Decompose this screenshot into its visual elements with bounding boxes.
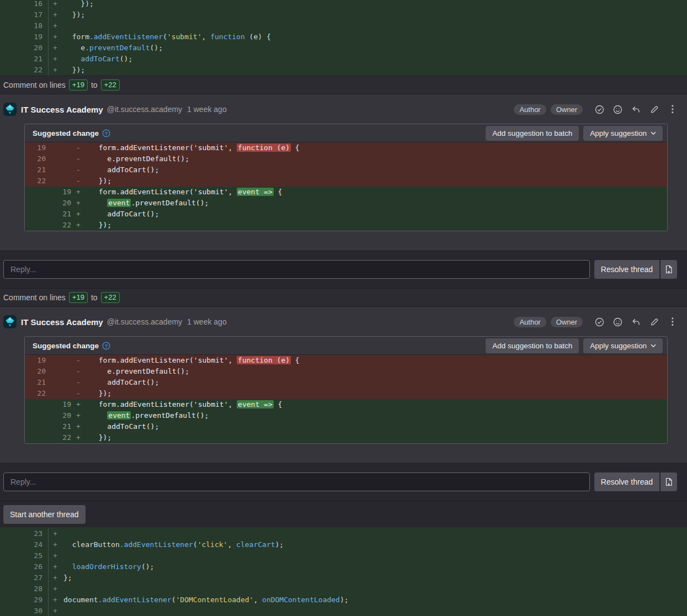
- start-thread-zone: Start another thread: [0, 501, 687, 527]
- apply-suggestion-button[interactable]: Apply suggestion: [583, 126, 663, 141]
- line-ref-start-badge[interactable]: +19: [69, 292, 88, 303]
- line-ref-end-badge[interactable]: +22: [101, 292, 120, 303]
- reply-input[interactable]: [3, 260, 590, 279]
- code-line: 23+: [0, 528, 687, 539]
- suggestion-diff-line: 20+ event.preventDefault();: [25, 410, 667, 421]
- author-name[interactable]: IT Success Academy: [21, 105, 103, 114]
- suggestion-diff-line: 19- form.addEventListener('submit', func…: [25, 355, 667, 366]
- suggestion-header: Suggested change ? Add suggestion to bat…: [25, 337, 667, 355]
- comment-header: IT Success Academy @it.success.academy 1…: [3, 315, 677, 329]
- discussion-thread: Comment on lines +19 to +22 IT Success A…: [0, 288, 687, 501]
- suggestion-diff: 19- form.addEventListener('submit', func…: [25, 142, 667, 231]
- code-line: 28+: [0, 583, 687, 594]
- smiley-icon[interactable]: [613, 317, 622, 327]
- help-icon[interactable]: ?: [102, 342, 110, 350]
- apply-suggestion-label: Apply suggestion: [590, 342, 647, 350]
- start-another-thread-button[interactable]: Start another thread: [3, 505, 86, 524]
- chevron-down-icon: [651, 131, 656, 135]
- comment: IT Success Academy @it.success.academy 1…: [0, 94, 687, 251]
- suggestion-diff-line: 21+ addToCart();: [25, 209, 667, 220]
- code-line: 24+ clearButton.addEventListener('click'…: [0, 539, 687, 550]
- author-username: @it.success.academy: [107, 105, 182, 114]
- diff-hunk-bottom: 23+24+ clearButton.addEventListener('cli…: [0, 527, 687, 616]
- code-line: 29+document.addEventListener('DOMContent…: [0, 594, 687, 606]
- author-name[interactable]: IT Success Academy: [21, 317, 103, 327]
- check-circle-icon[interactable]: [595, 317, 604, 327]
- comment-on-lines-bar: Comment on lines +19 to +22: [0, 76, 687, 94]
- comment-timestamp: 1 week ago: [187, 105, 227, 114]
- suggestion-diff-line: 21+ addToCart();: [25, 421, 667, 432]
- suggestion-diff-line: 20- e.preventDefault();: [25, 366, 667, 377]
- gem-avatar[interactable]: [3, 315, 17, 328]
- suggestion-title: Suggested change: [33, 129, 99, 137]
- reply-input[interactable]: [3, 472, 590, 491]
- suggestion-diff-line: 20+ event.preventDefault();: [25, 198, 667, 209]
- ellipsis-icon[interactable]: ⋮: [668, 317, 677, 326]
- code-line: 21+ addToCart();: [0, 54, 687, 65]
- comment-header: IT Success Academy @it.success.academy 1…: [3, 102, 677, 116]
- reply-icon[interactable]: [631, 105, 641, 114]
- author-badge: Author: [514, 317, 546, 327]
- suggestion-diff-line: 19+ form.addEventListener('submit', even…: [25, 399, 667, 410]
- code-line: 22+ });: [0, 65, 687, 76]
- code-line: 17+ });: [0, 9, 687, 20]
- author-username: @it.success.academy: [107, 317, 182, 326]
- resolve-with-issue-button[interactable]: [661, 472, 677, 491]
- suggestion-diff-line: 19- form.addEventListener('submit', func…: [25, 142, 667, 153]
- check-circle-icon[interactable]: [595, 105, 604, 114]
- gem-avatar[interactable]: [3, 103, 17, 116]
- apply-suggestion-button[interactable]: Apply suggestion: [583, 338, 663, 353]
- comment: IT Success Academy @it.success.academy 1…: [0, 307, 687, 463]
- code-line: 20+ e.preventDefault();: [0, 43, 687, 54]
- owner-badge: Owner: [551, 317, 583, 327]
- suggestion-card: Suggested change ? Add suggestion to bat…: [24, 124, 668, 231]
- add-suggestion-to-batch-button[interactable]: Add suggestion to batch: [486, 338, 579, 353]
- resolve-with-issue-button[interactable]: [661, 260, 677, 279]
- suggestion-diff-line: 21- addToCart();: [25, 377, 667, 388]
- code-line: 16+ });: [0, 0, 687, 9]
- comment-on-lines-connector: to: [91, 81, 98, 89]
- suggestion-diff-line: 20- e.preventDefault();: [25, 153, 667, 164]
- file-plus-icon: [665, 265, 673, 274]
- resolve-thread-button[interactable]: Resolve thread: [594, 260, 659, 279]
- smiley-icon[interactable]: [613, 105, 622, 114]
- suggestion-diff-line: 22- });: [25, 176, 667, 187]
- suggestion-diff: 19- form.addEventListener('submit', func…: [25, 355, 667, 443]
- chevron-down-icon: [651, 344, 656, 348]
- code-line: 27+};: [0, 572, 687, 583]
- suggestion-diff-line: 19+ form.addEventListener('submit', even…: [25, 187, 667, 198]
- code-line: 18+: [0, 20, 687, 31]
- discussion-thread: Comment on lines +19 to +22 IT Success A…: [0, 76, 687, 288]
- code-line: 25+: [0, 550, 687, 561]
- pencil-icon[interactable]: [649, 105, 659, 114]
- owner-badge: Owner: [551, 104, 583, 115]
- resolve-thread-button[interactable]: Resolve thread: [594, 472, 659, 491]
- suggestion-diff-line: 22- });: [25, 388, 667, 399]
- code-line: 30+: [0, 606, 687, 616]
- author-badge: Author: [514, 104, 546, 115]
- comment-timestamp: 1 week ago: [187, 317, 227, 326]
- reply-zone: Resolve thread: [0, 463, 687, 501]
- suggestion-title: Suggested change: [33, 342, 99, 350]
- add-suggestion-to-batch-button[interactable]: Add suggestion to batch: [486, 126, 579, 141]
- reply-icon[interactable]: [631, 317, 641, 327]
- code-line: 19+ form.addEventListener('submit', func…: [0, 31, 687, 43]
- suggestion-diff-line: 22+ });: [25, 220, 667, 231]
- file-plus-icon: [665, 477, 673, 486]
- comment-on-lines-connector: to: [91, 293, 98, 302]
- line-ref-start-badge[interactable]: +19: [69, 79, 88, 91]
- comment-on-lines-bar: Comment on lines +19 to +22: [0, 288, 687, 307]
- code-line: 26+ loadOrderHistory();: [0, 561, 687, 572]
- comment-on-lines-label: Comment on lines: [3, 293, 66, 302]
- pencil-icon[interactable]: [649, 317, 659, 327]
- ellipsis-icon[interactable]: ⋮: [668, 105, 677, 114]
- svg-text:?: ?: [105, 343, 108, 348]
- suggestion-header: Suggested change ? Add suggestion to bat…: [25, 124, 667, 142]
- apply-suggestion-label: Apply suggestion: [590, 129, 647, 137]
- suggestion-card: Suggested change ? Add suggestion to bat…: [24, 336, 668, 444]
- line-ref-end-badge[interactable]: +22: [101, 79, 120, 91]
- help-icon[interactable]: ?: [102, 129, 110, 137]
- suggestion-diff-line: 22+ });: [25, 432, 667, 443]
- suggestion-diff-line: 21- addToCart();: [25, 164, 667, 176]
- comment-on-lines-label: Comment on lines: [3, 81, 66, 89]
